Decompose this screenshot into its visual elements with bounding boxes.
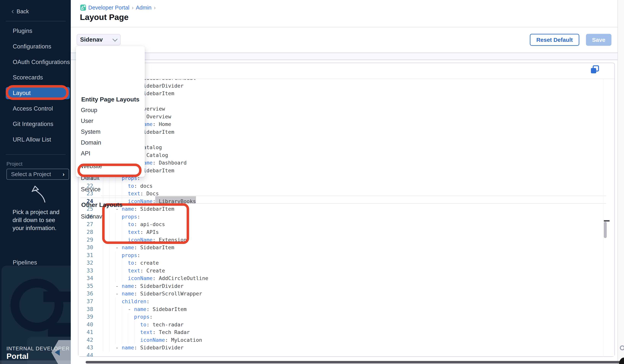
sidebar-item-plugins[interactable]: Plugins [0,27,71,35]
sidebar-item-layout[interactable]: Layout [6,87,70,99]
code-line[interactable]: 11 props: [78,97,615,105]
select-project-button[interactable]: Select a Project › [6,169,69,180]
menu-item-default[interactable]: Default [76,174,145,182]
code-line[interactable]: 35 - name: SidebarDivider [78,282,615,290]
menu-item-system[interactable]: System [76,128,145,136]
code-line[interactable]: 27 to: api-docs [78,220,615,228]
sidebar-item-url-allow-list[interactable]: URL Allow List [0,136,71,144]
reset-default-button[interactable]: Reset Default [530,34,579,46]
editor-ruler-divider [603,79,604,356]
editor-cursor-marker [604,220,610,222]
menu-item-group[interactable]: Group [76,106,145,114]
code-line[interactable]: 41 text: Tech Radar [78,328,615,336]
line-number: 43 [78,344,93,351]
line-number: 40 [78,321,93,328]
code-line[interactable]: 10 - name: SidebarItem [78,90,615,97]
line-number: 44 [78,351,93,356]
code-line[interactable]: 15 - name: SidebarItem [78,128,615,136]
dropdown-group-header: Other Layouts [81,201,123,209]
code-line[interactable]: 24 iconName: LibraryBooks [78,197,615,205]
line-number: 37 [78,297,93,305]
code-line[interactable]: 25 - name: SidebarItem [78,205,615,213]
code-line[interactable]: 43 - name: SidebarDivider [78,344,615,351]
sidebar-item-scorecards[interactable]: Scorecards [0,73,71,82]
code-line[interactable]: 37 children: [78,297,615,305]
sidebar-item-git-integrations[interactable]: Git Integrations [0,120,71,128]
line-number: 35 [78,282,93,290]
code-line[interactable]: 29 iconName: Extension [78,236,615,244]
decorative-bar [43,292,71,302]
sidebar: ‹ Back PluginsConfigurationsOAuth Config… [0,0,71,364]
code-line[interactable]: 16 props: [78,136,615,143]
sidebar-item-oauth-configurations[interactable]: OAuth Configurations [0,58,71,66]
dropdown-divider [80,198,140,198]
menu-item-website[interactable]: Website [76,162,145,171]
line-number: 38 [78,305,93,313]
chevron-right-icon: › [63,171,64,178]
code-line[interactable]: 32 to: create [78,259,615,267]
code-line[interactable]: 36 - name: SidebarScrollWrapper [78,290,615,297]
breadcrumb-admin[interactable]: Admin [136,4,152,11]
layout-selector-dropdown[interactable]: Sidenav [77,34,121,46]
panel-header-divider [78,79,615,79]
breadcrumb-developer-portal[interactable]: Developer Portal [88,4,129,11]
copy-icon[interactable] [591,65,600,74]
menu-item-service[interactable]: Service [76,185,145,194]
line-number: 30 [78,244,93,251]
select-project-placeholder: Select a Project [11,171,51,178]
code-line[interactable]: 26 props: [78,213,615,221]
code-line[interactable]: 23 text: Docs [78,190,615,197]
code-line[interactable]: 14 iconName: Home [78,120,615,128]
corner-widget-icon [620,345,624,350]
horizontal-scrollbar-thumb[interactable] [86,361,624,364]
code-line[interactable]: 28 text: APIs [78,228,615,236]
code-line[interactable]: 38 - name: SidebarItem [78,305,615,313]
code-line[interactable]: 31 props: [78,251,615,259]
layout-selector-menu: Entity Page Layouts GroupUserSystemDomai… [76,46,145,177]
code-line[interactable]: 9 - name: SidebarDivider [78,82,615,90]
menu-item-sidenav[interactable]: Sidenav [76,212,145,221]
line-number: 31 [78,251,93,259]
code-line[interactable]: 21 props: [78,174,615,182]
horizontal-scrollbar-track [0,360,71,364]
editor-scrollbar-thumb[interactable] [604,222,607,238]
sidebar-item-access-control[interactable]: Access Control [0,105,71,113]
code-line[interactable]: 30 - name: SidebarItem [78,244,615,251]
code-line[interactable]: 22 to: docs [78,182,615,190]
code-line[interactable]: 8 - name: SidebarSearchModal [78,79,615,82]
code-line[interactable]: 44 [78,351,615,356]
code-line[interactable]: 39 props: [78,313,615,321]
sidebar-divider-top [6,21,66,21]
code-line[interactable]: 19 iconName: Dashboard [78,159,615,167]
project-section-label: Project [6,161,23,167]
code-line[interactable]: 40 to: tech-radar [78,321,615,328]
code-line[interactable]: 13 text: Overview [78,113,615,120]
code-line[interactable]: 34 iconName: AddCircleOutline [78,274,615,282]
back-button[interactable]: ‹ Back [11,7,29,16]
code-line[interactable]: 17 to: catalog [78,143,615,151]
line-number: 32 [78,259,93,267]
sidebar-item-configurations[interactable]: Configurations [0,43,71,50]
page-scrollbar-vertical[interactable] [618,0,624,364]
menu-item-api[interactable]: API [76,149,145,158]
line-number: 28 [78,228,93,236]
line-number: 39 [78,313,93,321]
save-button[interactable]: Save [586,34,611,46]
breadcrumb-separator-icon: › [132,4,133,11]
sidebar-item-pipelines[interactable]: Pipelines [0,259,71,267]
line-number: 33 [78,267,93,274]
menu-item-domain[interactable]: Domain [76,138,145,147]
code-line[interactable]: 20 - name: SidebarItem [78,167,615,174]
menu-item-user[interactable]: User [76,117,145,125]
code-editor[interactable]: 8 - name: SidebarSearchModal9 - name: Si… [78,79,615,356]
brand-title: Portal [6,352,28,361]
code-line[interactable]: 18 text: Catalog [78,151,615,159]
dropdown-group-header: Entity Page Layouts [81,95,139,104]
developer-portal-logo-icon [80,4,86,11]
header-divider [71,27,624,27]
code-line[interactable]: 12 to: overview [78,105,615,113]
code-line[interactable]: 33 text: Create [78,267,615,274]
code-line[interactable]: 42 iconName: MyLocation [78,336,615,344]
chevron-down-icon [112,37,118,42]
sketch-arrow-icon [28,181,50,204]
